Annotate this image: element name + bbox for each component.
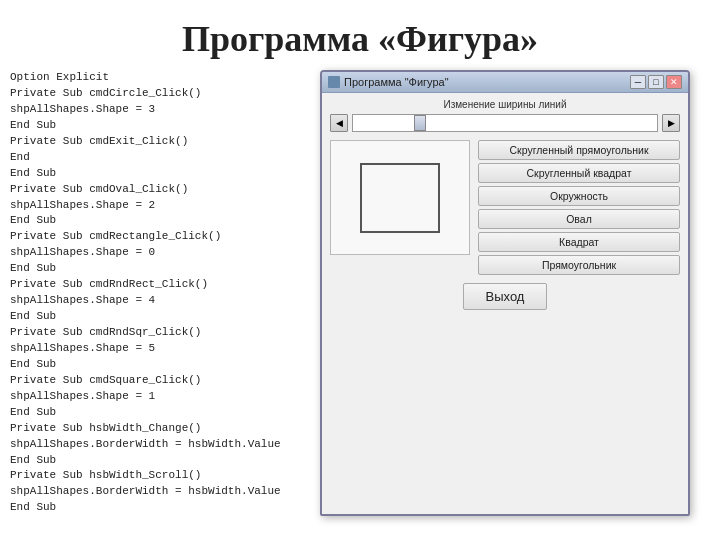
shape-rect [360,163,440,233]
exit-button[interactable]: Выход [463,283,548,310]
dialog-titlebar: Программа "Фигура" ─ □ ✕ [322,72,688,93]
maximize-button[interactable]: □ [648,75,664,89]
shape-button-5[interactable]: Прямоугольник [478,255,680,275]
slider-left-arrow[interactable]: ◀ [330,114,348,132]
slider-right-arrow[interactable]: ▶ [662,114,680,132]
shape-button-3[interactable]: Овал [478,209,680,229]
page-title: Программа «Фигура» [0,0,720,70]
dialog-title-text: Программа "Фигура" [344,76,449,88]
minimize-button[interactable]: ─ [630,75,646,89]
slider-thumb [414,115,426,131]
buttons-col: Скругленный прямоугольникСкругленный ква… [478,140,680,275]
close-button[interactable]: ✕ [666,75,682,89]
dialog-window: Программа "Фигура" ─ □ ✕ Изменение ширин… [320,70,690,516]
shape-button-2[interactable]: Окружность [478,186,680,206]
shape-display [330,140,470,255]
shape-button-4[interactable]: Квадрат [478,232,680,252]
dialog-title-icon [328,76,340,88]
slider-track[interactable] [352,114,658,132]
code-block: Option Explicit Private Sub cmdCircle_Cl… [10,70,300,516]
shape-button-1[interactable]: Скругленный квадрат [478,163,680,183]
shape-button-0[interactable]: Скругленный прямоугольник [478,140,680,160]
slider-label: Изменение ширины линий [330,99,680,110]
